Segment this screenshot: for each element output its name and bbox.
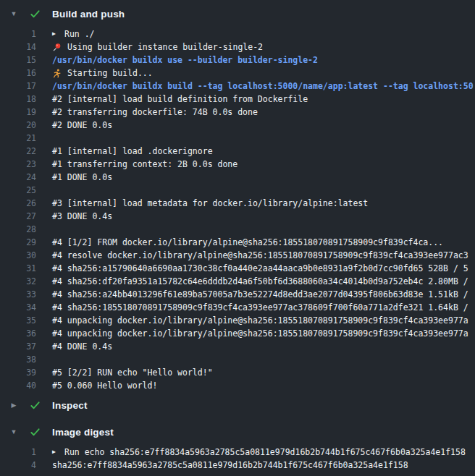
line-number[interactable]: 31 (0, 262, 36, 275)
line-number[interactable]: 16 (0, 67, 36, 80)
line-number[interactable]: 28 (0, 223, 36, 236)
log-line: 21 (0, 132, 475, 145)
line-number[interactable]: 27 (0, 210, 36, 223)
line-number[interactable]: 36 (0, 327, 36, 340)
log-line: 26#3 [internal] load metadata for docker… (0, 197, 475, 210)
line-text-content: /usr/bin/docker buildx use --builder bui… (52, 54, 318, 67)
log-line: 33#4 sha256:a24bb4013296f61e89ba57005a7b… (0, 288, 475, 301)
log-section: ▶Inspect (0, 392, 475, 418)
line-text: #4 resolve docker.io/library/alpine@sha2… (52, 249, 468, 262)
line-text: #2 transferring dockerfile: 74B 0.0s don… (52, 106, 258, 119)
line-text: #4 sha256:a15790640a6690aa1730c38cf0a440… (52, 262, 468, 275)
section-title: Image digest (52, 427, 114, 438)
line-text-content: #4 sha256:a24bb4013296f61e89ba57005a7b3e… (52, 288, 468, 301)
line-text: /usr/bin/docker buildx use --builder bui… (52, 54, 318, 67)
log-section: ▼Build and push1▶Run ./14Using builder i… (0, 0, 475, 392)
line-text-content: #1 DONE 0.0s (52, 171, 112, 184)
log-line: 22#1 [internal] load .dockerignore (0, 145, 475, 158)
line-text: #4 sha256:a24bb4013296f61e89ba57005a7b3e… (52, 288, 468, 301)
line-text-content: #4 sha256:185518070891758909c9f839cf4ca3… (52, 301, 468, 314)
log-line: 15/usr/bin/docker buildx use --builder b… (0, 54, 475, 67)
log-line: 40#5 0.060 Hello world! (0, 379, 475, 392)
log-line: 4sha256:e7ff8834a5963a2785c5a0811e979d16… (0, 459, 475, 472)
section-title: Build and push (52, 9, 125, 20)
log-line: 16Starting build... (0, 67, 475, 80)
section-header[interactable]: ▶Inspect (0, 392, 475, 418)
line-text-content: #5 0.060 Hello world! (52, 379, 157, 392)
line-number[interactable]: 32 (0, 275, 36, 288)
line-number[interactable]: 1 (0, 446, 36, 459)
line-number[interactable]: 14 (0, 41, 36, 54)
line-number[interactable]: 17 (0, 80, 36, 93)
line-text: #4 [1/2] FROM docker.io/library/alpine@s… (52, 236, 443, 249)
line-number[interactable]: 39 (0, 366, 36, 379)
log-line: 19#2 transferring dockerfile: 74B 0.0s d… (0, 106, 475, 119)
log-lines: 1▶Run ./14Using builder instance builder… (0, 27, 475, 392)
line-text: ▶Run ./ (52, 27, 95, 41)
line-text: #5 0.060 Hello world! (52, 379, 157, 392)
line-number[interactable]: 20 (0, 119, 36, 132)
log-line: 25 (0, 184, 475, 197)
section-title: Inspect (52, 400, 88, 411)
section-header[interactable]: ▼Build and push (0, 0, 475, 27)
line-text: ▶Run echo sha256:e7ff8834a5963a2785c5a08… (52, 446, 466, 459)
log-line: 31#4 sha256:a15790640a6690aa1730c38cf0a4… (0, 262, 475, 275)
line-text-content: /usr/bin/docker buildx build --tag local… (52, 80, 474, 93)
line-number[interactable]: 24 (0, 171, 36, 184)
line-number[interactable]: 18 (0, 93, 36, 106)
line-text: #4 unpacking docker.io/library/alpine@sh… (52, 314, 468, 327)
chevron-down-icon[interactable]: ▼ (9, 429, 19, 435)
line-number[interactable]: 4 (0, 459, 36, 472)
check-icon (30, 400, 41, 411)
chevron-right-icon[interactable]: ▶ (9, 402, 19, 409)
log-line: 23#1 transferring context: 2B 0.0s done (0, 158, 475, 171)
line-text-content: #2 DONE 0.0s (52, 119, 112, 132)
log-section: ▼Image digest1▶Run echo sha256:e7ff8834a… (0, 418, 475, 472)
line-number[interactable]: 37 (0, 340, 36, 353)
log-line: 37#4 DONE 0.4s (0, 340, 475, 353)
line-number[interactable]: 21 (0, 132, 36, 145)
runner-icon (52, 69, 62, 78)
section-header[interactable]: ▼Image digest (0, 418, 475, 446)
log-line: 24#1 DONE 0.0s (0, 171, 475, 184)
log-line: 32#4 sha256:df20fa9351a15782c64e6dddb2d4… (0, 275, 475, 288)
log-line: 18#2 [internal] load build definition fr… (0, 93, 475, 106)
log-line: 29#4 [1/2] FROM docker.io/library/alpine… (0, 236, 475, 249)
log-line: 17/usr/bin/docker buildx build --tag loc… (0, 80, 475, 93)
line-number[interactable]: 26 (0, 197, 36, 210)
log-group-line[interactable]: 1▶Run echo sha256:e7ff8834a5963a2785c5a0… (0, 446, 475, 459)
line-number[interactable]: 25 (0, 184, 36, 197)
log-line: 28 (0, 223, 475, 236)
line-text-content: #2 transferring dockerfile: 74B 0.0s don… (52, 106, 258, 119)
line-number[interactable]: 1 (0, 27, 36, 41)
chevron-down-icon[interactable]: ▼ (9, 11, 19, 17)
line-number[interactable]: 29 (0, 236, 36, 249)
line-text: Using builder instance builder-single-2 (52, 41, 263, 54)
line-number[interactable]: 22 (0, 145, 36, 158)
play-icon[interactable]: ▶ (52, 449, 59, 455)
log-line: 34#4 sha256:185518070891758909c9f839cf4c… (0, 301, 475, 314)
workflow-log-viewer: ▼Build and push1▶Run ./14Using builder i… (0, 0, 475, 476)
line-text-content: #4 resolve docker.io/library/alpine@sha2… (52, 249, 468, 262)
line-number[interactable]: 33 (0, 288, 36, 301)
log-group-line[interactable]: 1▶Run ./ (0, 27, 475, 41)
line-text-content: #5 [2/2] RUN echo "Hello world!" (52, 366, 213, 379)
line-number[interactable]: 35 (0, 314, 36, 327)
line-text-content: #4 [1/2] FROM docker.io/library/alpine@s… (52, 236, 443, 249)
line-number[interactable]: 19 (0, 106, 36, 119)
log-line: 39#5 [2/2] RUN echo "Hello world!" (0, 366, 475, 379)
log-line: 30#4 resolve docker.io/library/alpine@sh… (0, 249, 475, 262)
line-text-content: Starting build... (67, 67, 153, 80)
line-number[interactable]: 34 (0, 301, 36, 314)
line-text: #4 sha256:df20fa9351a15782c64e6dddb2d4a6… (52, 275, 468, 288)
line-number[interactable]: 23 (0, 158, 36, 171)
play-icon[interactable]: ▶ (52, 31, 59, 37)
line-number[interactable]: 30 (0, 249, 36, 262)
line-number[interactable]: 38 (0, 353, 36, 366)
line-number[interactable]: 15 (0, 54, 36, 67)
line-number[interactable]: 40 (0, 379, 36, 392)
line-text: /usr/bin/docker buildx build --tag local… (52, 80, 474, 93)
line-text: Starting build... (52, 67, 153, 80)
log-line: 20#2 DONE 0.0s (0, 119, 475, 132)
line-text-content: Using builder instance builder-single-2 (67, 41, 263, 54)
